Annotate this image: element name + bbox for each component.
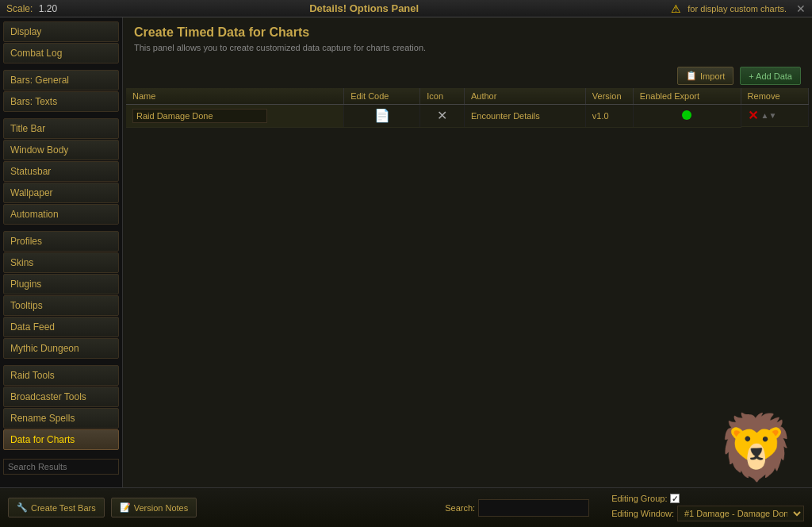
col-header-remove: Remove [741,88,808,105]
edit-code-button[interactable]: 📄 [374,109,390,122]
sidebar-item-bars-general[interactable]: Bars: General [3,70,119,90]
sidebar-item-wallpaper[interactable]: Wallpaper [3,183,119,203]
row-name-cell [126,105,344,128]
sidebar-item-broadcaster-tools[interactable]: Broadcaster Tools [3,387,119,407]
row-version-cell: v1.0 [585,105,633,128]
sidebar-item-rename-spells[interactable]: Rename Spells [3,408,119,429]
editing-group-area: Editing Group: ✓ Editing Window: #1 Dama… [611,494,804,521]
editing-window-row: Editing Window: #1 Damage - Damage Done [611,506,804,521]
col-header-name: Name [126,88,344,105]
main-layout: Display Combat Log Bars: General Bars: T… [0,17,812,487]
warning-icon: ⚠ [671,2,681,15]
lion-watermark: 🦁 [717,416,796,479]
version-notes-button[interactable]: 📝 Version Notes [111,498,197,517]
sidebar-search-input[interactable] [3,459,119,475]
editing-window-select[interactable]: #1 Damage - Damage Done [677,506,804,521]
scale-label: Scale: 1.20 [6,3,57,14]
sidebar-item-raid-tools[interactable]: Raid Tools [3,365,119,386]
search-label: Search: [445,503,475,513]
content-header: Create Timed Data for Charts This panel … [123,17,812,63]
sidebar-item-skins[interactable]: Skins [3,252,119,273]
add-data-button[interactable]: + Add Data [740,67,801,85]
search-input[interactable] [478,499,589,517]
sidebar-item-combat-log[interactable]: Combat Log [3,43,119,63]
col-header-icon: Icon [420,88,465,105]
sidebar-item-automation[interactable]: Automation [3,204,119,225]
editing-group-checkbox[interactable]: ✓ [670,494,680,503]
sidebar-item-display[interactable]: Display [3,21,119,42]
content-panel: Create Timed Data for Charts This panel … [123,17,812,487]
col-header-edit-code: Edit Code [344,88,420,105]
col-header-enabled-export: Enabled Export [633,88,741,105]
sidebar-item-mythic-dungeon[interactable]: Mythic Dungeon [3,338,119,359]
sidebar-search-area [3,459,119,475]
sidebar-item-statusbar[interactable]: Statusbar [3,161,119,182]
enabled-indicator [682,110,691,120]
col-header-version: Version [585,88,633,105]
row-remove-cell: ✕ ▲▼ [741,105,809,127]
sidebar-item-profiles[interactable]: Profiles [3,231,119,252]
row-enabled-cell [633,105,741,128]
table-row: 📄 ✕ Encounter Details v1.0 [126,105,809,128]
close-button[interactable]: ✕ [796,2,806,15]
version-notes-icon: 📝 [120,502,131,513]
sidebar-item-plugins[interactable]: Plugins [3,274,119,294]
create-test-bars-button[interactable]: 🔧 Create Test Bars [8,498,105,517]
create-test-icon: 🔧 [17,502,28,513]
sidebar-item-data-for-charts[interactable]: Data for Charts [3,429,119,450]
col-header-author: Author [464,88,585,105]
data-table: Name Edit Code Icon Author Version Enabl… [126,88,809,128]
warning-text: for display custom charts. [688,4,787,13]
row-name-input[interactable] [132,109,267,123]
panel-title: Details! Options Panel [57,2,671,14]
remove-arrows-button[interactable]: ▲▼ [761,111,777,120]
row-icon-cell: ✕ [420,105,465,128]
sidebar-item-data-feed[interactable]: Data Feed [3,317,119,337]
row-edit-code-cell: 📄 [344,105,420,128]
content-title: Create Timed Data for Charts [134,25,801,40]
bottom-bar: 🔧 Create Test Bars 📝 Version Notes Searc… [0,487,812,527]
sidebar: Display Combat Log Bars: General Bars: T… [0,17,123,487]
search-area: Search: [445,499,589,517]
title-bar: Scale: 1.20 Details! Options Panel ⚠ for… [0,0,812,17]
sidebar-item-bars-texts[interactable]: Bars: Texts [3,91,119,112]
import-icon: 📋 [686,71,697,81]
content-description: This panel allows you to create customiz… [134,43,801,52]
row-author-cell: Encounter Details [464,105,585,128]
sidebar-item-window-body[interactable]: Window Body [3,140,119,160]
sidebar-item-tooltips[interactable]: Tooltips [3,295,119,316]
import-button[interactable]: 📋 Import [677,67,733,85]
remove-button[interactable]: ✕ [748,108,758,123]
editing-group-row: Editing Group: ✓ [611,494,804,503]
sidebar-item-title-bar[interactable]: Title Bar [3,118,119,139]
row-icon-button[interactable]: ✕ [437,109,447,122]
toolbar: 📋 Import + Add Data [123,63,812,88]
table-wrapper: Name Edit Code Icon Author Version Enabl… [123,88,812,128]
